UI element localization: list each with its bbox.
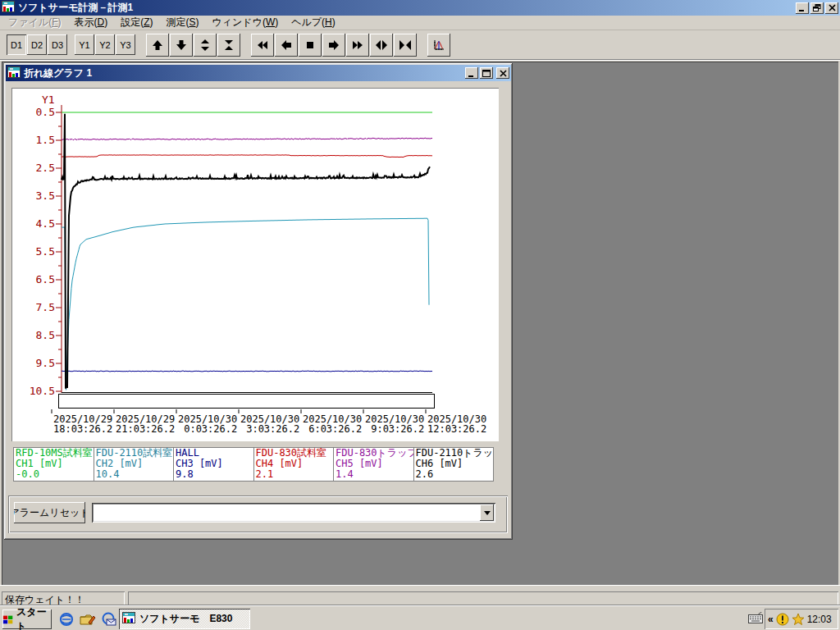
toolbar-button-collapse-vertical[interactable]: [217, 34, 240, 57]
taskbar: スタート ソフトサーモ E830 « 12:03: [0, 605, 840, 630]
toolbar-button-collapse-horizontal[interactable]: [394, 34, 417, 57]
expand-horizontal-icon: [375, 39, 388, 52]
rewind-icon: [256, 39, 269, 52]
app-icon: [2, 1, 15, 15]
channel-value: 2.1: [256, 469, 332, 480]
svg-text:8.5: 8.5: [36, 329, 55, 341]
minimize-button[interactable]: [796, 2, 809, 14]
line-chart: Y10.51.52.53.54.55.56.57.58.59.510.52025…: [12, 89, 498, 441]
down-arrow-icon: [175, 39, 188, 52]
svg-text:0:03:26.2: 0:03:26.2: [184, 423, 237, 435]
ie-icon[interactable]: [57, 611, 75, 628]
minimize-button[interactable]: [465, 67, 478, 79]
graph-window-controls: [463, 67, 509, 79]
start-button[interactable]: スタート: [2, 609, 52, 629]
svg-text:9.5: 9.5: [36, 357, 55, 369]
graph-window-title: 折れ線グラフ 1: [24, 66, 92, 80]
toolbar-button-expand-horizontal[interactable]: [370, 34, 393, 57]
menu-S[interactable]: 測定(S): [159, 14, 205, 31]
svg-text:0.5: 0.5: [36, 106, 55, 118]
toolbar-button-graph[interactable]: [427, 34, 450, 57]
maximize-button[interactable]: [480, 67, 493, 79]
graph-titlebar[interactable]: 折れ線グラフ 1: [6, 65, 511, 81]
legend-channel-2: FDU-2110試料室CH2 [mV]10.4: [94, 448, 175, 481]
status-bar: 保存ウェイト！！: [0, 585, 840, 605]
graph-icon: [432, 39, 445, 52]
toolbar-button-y3[interactable]: Y3: [116, 34, 135, 55]
dropdown-arrow-icon[interactable]: [480, 504, 494, 521]
legend-channel-6: FDU-2110トラップCH6 [mV]2.6: [414, 448, 494, 481]
app-icon: [7, 66, 21, 80]
toolbar-button-up-arrow[interactable]: [146, 34, 169, 57]
alarm-combobox[interactable]: [92, 503, 495, 523]
toolbar-button-d1[interactable]: D1: [7, 34, 26, 55]
tray-chevron[interactable]: «: [768, 614, 774, 625]
toolbar: D1D2D3Y1Y2Y3: [0, 30, 840, 60]
star-icon[interactable]: [792, 613, 805, 626]
legend-channel-5: FDU-830トラップCH5 [mV]1.4: [334, 448, 414, 481]
app-icon: [122, 612, 135, 626]
toolbar-button-expand-vertical[interactable]: [194, 34, 217, 57]
keyboard-icon[interactable]: [748, 612, 763, 626]
series-ch2: [62, 218, 429, 390]
svg-text:Y1: Y1: [42, 94, 55, 106]
menu-F[interactable]: ファイル(F): [2, 14, 67, 31]
svg-text:5.5: 5.5: [36, 245, 55, 258]
fast-forward-icon: [351, 39, 364, 52]
system-tray: « 12:03: [765, 609, 838, 629]
toolbar-button-d3[interactable]: D3: [48, 34, 67, 55]
outlook-icon[interactable]: [100, 611, 118, 628]
menu-Z[interactable]: 設定(Z): [114, 14, 159, 31]
application-window: ソフトサーモ計測－計測1 ファイル(F)表示(D)設定(Z)測定(S)ウィンドウ…: [0, 0, 840, 630]
step-right-icon: [327, 39, 340, 52]
legend-channel-1: RFD-10MS試料室CH1 [mV]-0.0: [14, 448, 94, 481]
svg-text:2.5: 2.5: [36, 162, 55, 174]
svg-text:10.5: 10.5: [30, 385, 55, 397]
svg-text:12:03:26.2: 12:03:26.2: [427, 423, 486, 435]
stop-icon: [304, 39, 317, 52]
menu-W[interactable]: ウィンドウ(W): [206, 14, 285, 31]
toolbar-button-stop[interactable]: [299, 34, 322, 57]
start-label: スタート: [16, 605, 52, 630]
menu-bar: ファイル(F)表示(D)設定(Z)測定(S)ウィンドウ(W)ヘルプ(H): [0, 16, 840, 30]
toolbar-button-fast-forward[interactable]: [346, 34, 369, 57]
toolbar-button-step-right[interactable]: [322, 34, 345, 57]
svg-text:3:03:26.2: 3:03:26.2: [246, 423, 299, 435]
tray-clock[interactable]: 12:03: [807, 614, 832, 625]
toolbar-button-y2[interactable]: Y2: [95, 34, 115, 55]
collapse-horizontal-icon: [399, 39, 412, 52]
restore-button[interactable]: [810, 2, 824, 14]
status-message: 保存ウェイト！！: [2, 591, 125, 606]
svg-text:7.5: 7.5: [36, 301, 55, 313]
channel-value: 1.4: [336, 469, 412, 480]
show-desktop-icon[interactable]: [79, 611, 97, 628]
svg-text:9:03:26.2: 9:03:26.2: [371, 423, 424, 435]
close-button[interactable]: [496, 67, 509, 79]
legend-channel-4: FDU-830試料室CH4 [mV]2.1: [254, 448, 335, 481]
window-title: ソフトサーモ計測－計測1: [18, 1, 133, 15]
svg-text:18:03:26.2: 18:03:26.2: [53, 423, 112, 435]
toolbar-button-down-arrow[interactable]: [170, 34, 193, 57]
shield-icon[interactable]: [776, 613, 789, 626]
alarm-reset-button[interactable]: アラームリセット: [14, 502, 85, 523]
menu-H[interactable]: ヘルプ(H): [285, 14, 342, 31]
toolbar-button-d2[interactable]: D2: [27, 34, 47, 55]
channel-legend: RFD-10MS試料室CH1 [mV]-0.0FDU-2110試料室CH2 [m…: [13, 447, 494, 482]
toolbar-button-y1[interactable]: Y1: [75, 34, 94, 55]
toolbar-button-step-left[interactable]: [275, 34, 298, 57]
svg-text:1.5: 1.5: [36, 134, 55, 146]
close-button[interactable]: [825, 2, 838, 14]
windows-logo-icon: [2, 614, 14, 625]
up-arrow-icon: [151, 39, 164, 52]
series-ch4: [62, 155, 432, 158]
expand-vertical-icon: [199, 39, 212, 52]
channel-value: 2.6: [416, 469, 492, 480]
svg-text:21:03:26.2: 21:03:26.2: [116, 423, 175, 435]
task-button-softthermo[interactable]: ソフトサーモ E830: [119, 609, 250, 629]
svg-text:6.5: 6.5: [36, 273, 55, 285]
toolbar-button-rewind[interactable]: [251, 34, 274, 57]
svg-text:3.5: 3.5: [36, 189, 55, 202]
menu-D[interactable]: 表示(D): [67, 14, 114, 31]
channel-value: -0.0: [16, 469, 92, 480]
series-ch3: [62, 371, 432, 372]
